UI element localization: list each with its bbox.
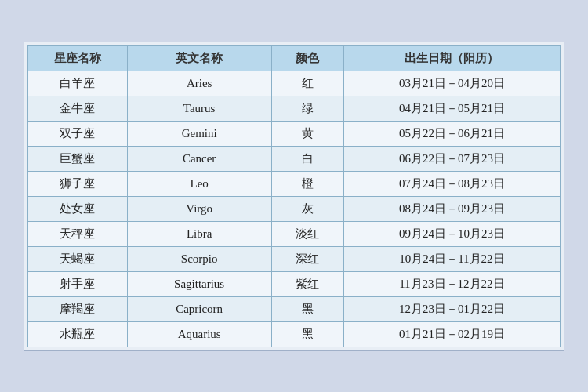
cell-color: 绿	[271, 96, 343, 121]
cell-date: 05月22日－06月21日	[343, 121, 560, 146]
table-row: 双子座Gemini黄05月22日－06月21日	[28, 121, 561, 146]
cell-chinese: 白羊座	[28, 71, 128, 96]
cell-color: 橙	[271, 171, 343, 196]
header-color: 颜色	[271, 45, 343, 71]
zodiac-table: 星座名称 英文名称 颜色 出生日期（阳历） 白羊座Aries红03月21日－04…	[27, 45, 561, 347]
cell-english: Gemini	[127, 121, 271, 146]
table-header-row: 星座名称 英文名称 颜色 出生日期（阳历）	[28, 45, 561, 71]
cell-date: 06月22日－07月23日	[343, 146, 560, 171]
table-row: 天秤座Libra淡红09月24日－10月23日	[28, 221, 561, 246]
table-row: 天蝎座Scorpio深红10月24日－11月22日	[28, 246, 561, 271]
cell-color: 黑	[271, 321, 343, 347]
cell-chinese: 天蝎座	[28, 246, 128, 271]
cell-date: 04月21日－05月21日	[343, 96, 560, 121]
cell-english: Libra	[127, 221, 271, 246]
header-date: 出生日期（阳历）	[343, 45, 560, 71]
cell-chinese: 天秤座	[28, 221, 128, 246]
cell-english: Cancer	[127, 146, 271, 171]
cell-english: Leo	[127, 171, 271, 196]
cell-color: 紫红	[271, 271, 343, 296]
cell-date: 01月21日－02月19日	[343, 321, 560, 347]
cell-chinese: 处女座	[28, 196, 128, 221]
cell-english: Scorpio	[127, 246, 271, 271]
cell-english: Aries	[127, 71, 271, 96]
cell-color: 淡红	[271, 221, 343, 246]
cell-color: 白	[271, 146, 343, 171]
cell-date: 07月24日－08月23日	[343, 171, 560, 196]
cell-english: Sagittarius	[127, 271, 271, 296]
table-row: 射手座Sagittarius紫红11月23日－12月22日	[28, 271, 561, 296]
cell-chinese: 狮子座	[28, 171, 128, 196]
zodiac-table-container: 星座名称 英文名称 颜色 出生日期（阳历） 白羊座Aries红03月21日－04…	[24, 42, 564, 351]
table-row: 巨蟹座Cancer白06月22日－07月23日	[28, 146, 561, 171]
table-row: 狮子座Leo橙07月24日－08月23日	[28, 171, 561, 196]
cell-english: Aquarius	[127, 321, 271, 347]
cell-color: 红	[271, 71, 343, 96]
cell-chinese: 射手座	[28, 271, 128, 296]
cell-chinese: 双子座	[28, 121, 128, 146]
cell-color: 黄	[271, 121, 343, 146]
cell-english: Taurus	[127, 96, 271, 121]
cell-date: 12月23日－01月22日	[343, 296, 560, 321]
cell-date: 09月24日－10月23日	[343, 221, 560, 246]
table-body: 白羊座Aries红03月21日－04月20日金牛座Taurus绿04月21日－0…	[28, 71, 561, 347]
cell-date: 11月23日－12月22日	[343, 271, 560, 296]
cell-date: 08月24日－09月23日	[343, 196, 560, 221]
cell-color: 灰	[271, 196, 343, 221]
cell-date: 10月24日－11月22日	[343, 246, 560, 271]
cell-english: Capricorn	[127, 296, 271, 321]
cell-english: Virgo	[127, 196, 271, 221]
cell-chinese: 水瓶座	[28, 321, 128, 347]
header-english: 英文名称	[127, 45, 271, 71]
cell-chinese: 摩羯座	[28, 296, 128, 321]
table-row: 摩羯座Capricorn黑12月23日－01月22日	[28, 296, 561, 321]
table-row: 白羊座Aries红03月21日－04月20日	[28, 71, 561, 96]
table-row: 处女座Virgo灰08月24日－09月23日	[28, 196, 561, 221]
cell-color: 黑	[271, 296, 343, 321]
table-row: 金牛座Taurus绿04月21日－05月21日	[28, 96, 561, 121]
cell-color: 深红	[271, 246, 343, 271]
table-row: 水瓶座Aquarius黑01月21日－02月19日	[28, 321, 561, 347]
header-chinese: 星座名称	[28, 45, 128, 71]
cell-chinese: 金牛座	[28, 96, 128, 121]
cell-chinese: 巨蟹座	[28, 146, 128, 171]
cell-date: 03月21日－04月20日	[343, 71, 560, 96]
